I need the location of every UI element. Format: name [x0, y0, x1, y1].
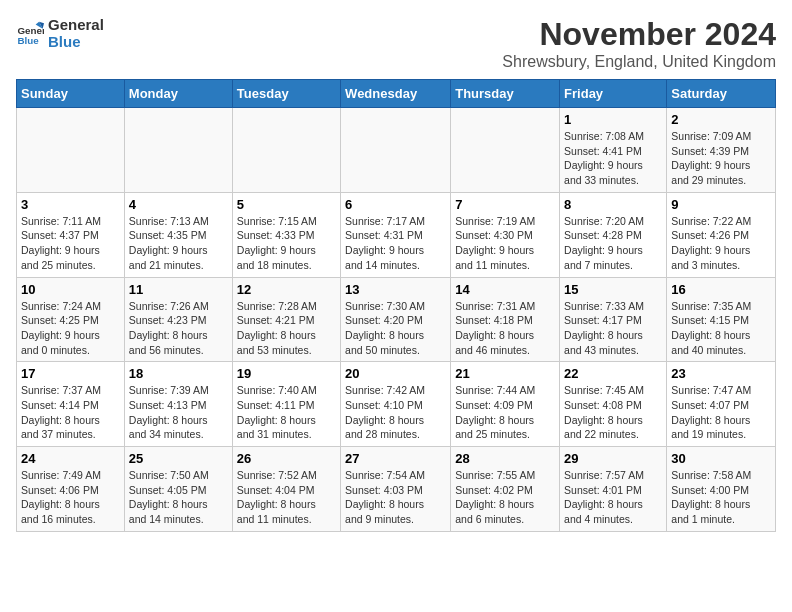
day-info: Sunrise: 7:20 AM Sunset: 4:28 PM Dayligh… [564, 214, 662, 273]
day-info: Sunrise: 7:40 AM Sunset: 4:11 PM Dayligh… [237, 383, 336, 442]
day-number: 16 [671, 282, 771, 297]
day-info: Sunrise: 7:08 AM Sunset: 4:41 PM Dayligh… [564, 129, 662, 188]
day-number: 28 [455, 451, 555, 466]
calendar-cell [124, 108, 232, 193]
weekday-header-friday: Friday [560, 80, 667, 108]
calendar-cell: 2Sunrise: 7:09 AM Sunset: 4:39 PM Daylig… [667, 108, 776, 193]
day-info: Sunrise: 7:22 AM Sunset: 4:26 PM Dayligh… [671, 214, 771, 273]
day-number: 26 [237, 451, 336, 466]
day-info: Sunrise: 7:39 AM Sunset: 4:13 PM Dayligh… [129, 383, 228, 442]
day-number: 9 [671, 197, 771, 212]
calendar-cell: 12Sunrise: 7:28 AM Sunset: 4:21 PM Dayli… [232, 277, 340, 362]
calendar-cell: 19Sunrise: 7:40 AM Sunset: 4:11 PM Dayli… [232, 362, 340, 447]
day-info: Sunrise: 7:19 AM Sunset: 4:30 PM Dayligh… [455, 214, 555, 273]
day-info: Sunrise: 7:58 AM Sunset: 4:00 PM Dayligh… [671, 468, 771, 527]
calendar-cell: 15Sunrise: 7:33 AM Sunset: 4:17 PM Dayli… [560, 277, 667, 362]
weekday-header-thursday: Thursday [451, 80, 560, 108]
calendar-cell: 17Sunrise: 7:37 AM Sunset: 4:14 PM Dayli… [17, 362, 125, 447]
logo-text-blue: Blue [48, 33, 104, 50]
calendar-cell: 10Sunrise: 7:24 AM Sunset: 4:25 PM Dayli… [17, 277, 125, 362]
day-number: 2 [671, 112, 771, 127]
calendar-cell: 25Sunrise: 7:50 AM Sunset: 4:05 PM Dayli… [124, 447, 232, 532]
header: General Blue General Blue November 2024 … [16, 16, 776, 71]
day-info: Sunrise: 7:49 AM Sunset: 4:06 PM Dayligh… [21, 468, 120, 527]
day-number: 5 [237, 197, 336, 212]
weekday-header-tuesday: Tuesday [232, 80, 340, 108]
day-number: 22 [564, 366, 662, 381]
calendar-cell: 26Sunrise: 7:52 AM Sunset: 4:04 PM Dayli… [232, 447, 340, 532]
logo: General Blue General Blue [16, 16, 104, 50]
svg-text:Blue: Blue [17, 35, 39, 46]
day-number: 11 [129, 282, 228, 297]
calendar-cell: 22Sunrise: 7:45 AM Sunset: 4:08 PM Dayli… [560, 362, 667, 447]
day-number: 17 [21, 366, 120, 381]
calendar-cell: 18Sunrise: 7:39 AM Sunset: 4:13 PM Dayli… [124, 362, 232, 447]
calendar-cell: 23Sunrise: 7:47 AM Sunset: 4:07 PM Dayli… [667, 362, 776, 447]
calendar-week-1: 1Sunrise: 7:08 AM Sunset: 4:41 PM Daylig… [17, 108, 776, 193]
calendar-cell: 8Sunrise: 7:20 AM Sunset: 4:28 PM Daylig… [560, 192, 667, 277]
day-number: 29 [564, 451, 662, 466]
day-number: 13 [345, 282, 446, 297]
day-number: 6 [345, 197, 446, 212]
day-info: Sunrise: 7:09 AM Sunset: 4:39 PM Dayligh… [671, 129, 771, 188]
calendar-cell: 13Sunrise: 7:30 AM Sunset: 4:20 PM Dayli… [341, 277, 451, 362]
day-info: Sunrise: 7:26 AM Sunset: 4:23 PM Dayligh… [129, 299, 228, 358]
weekday-header-monday: Monday [124, 80, 232, 108]
day-number: 8 [564, 197, 662, 212]
calendar-header-row: SundayMondayTuesdayWednesdayThursdayFrid… [17, 80, 776, 108]
calendar-cell: 20Sunrise: 7:42 AM Sunset: 4:10 PM Dayli… [341, 362, 451, 447]
calendar-cell [17, 108, 125, 193]
day-number: 1 [564, 112, 662, 127]
day-number: 27 [345, 451, 446, 466]
calendar-week-3: 10Sunrise: 7:24 AM Sunset: 4:25 PM Dayli… [17, 277, 776, 362]
calendar-week-2: 3Sunrise: 7:11 AM Sunset: 4:37 PM Daylig… [17, 192, 776, 277]
day-info: Sunrise: 7:17 AM Sunset: 4:31 PM Dayligh… [345, 214, 446, 273]
weekday-header-wednesday: Wednesday [341, 80, 451, 108]
calendar-week-4: 17Sunrise: 7:37 AM Sunset: 4:14 PM Dayli… [17, 362, 776, 447]
calendar-cell: 16Sunrise: 7:35 AM Sunset: 4:15 PM Dayli… [667, 277, 776, 362]
calendar-cell: 27Sunrise: 7:54 AM Sunset: 4:03 PM Dayli… [341, 447, 451, 532]
day-number: 20 [345, 366, 446, 381]
day-info: Sunrise: 7:44 AM Sunset: 4:09 PM Dayligh… [455, 383, 555, 442]
day-info: Sunrise: 7:28 AM Sunset: 4:21 PM Dayligh… [237, 299, 336, 358]
day-info: Sunrise: 7:47 AM Sunset: 4:07 PM Dayligh… [671, 383, 771, 442]
weekday-header-saturday: Saturday [667, 80, 776, 108]
day-info: Sunrise: 7:24 AM Sunset: 4:25 PM Dayligh… [21, 299, 120, 358]
calendar-cell: 9Sunrise: 7:22 AM Sunset: 4:26 PM Daylig… [667, 192, 776, 277]
calendar-cell: 29Sunrise: 7:57 AM Sunset: 4:01 PM Dayli… [560, 447, 667, 532]
day-info: Sunrise: 7:55 AM Sunset: 4:02 PM Dayligh… [455, 468, 555, 527]
day-info: Sunrise: 7:42 AM Sunset: 4:10 PM Dayligh… [345, 383, 446, 442]
day-number: 15 [564, 282, 662, 297]
weekday-header-sunday: Sunday [17, 80, 125, 108]
calendar: SundayMondayTuesdayWednesdayThursdayFrid… [16, 79, 776, 532]
calendar-cell: 5Sunrise: 7:15 AM Sunset: 4:33 PM Daylig… [232, 192, 340, 277]
calendar-cell: 6Sunrise: 7:17 AM Sunset: 4:31 PM Daylig… [341, 192, 451, 277]
calendar-cell: 7Sunrise: 7:19 AM Sunset: 4:30 PM Daylig… [451, 192, 560, 277]
day-number: 10 [21, 282, 120, 297]
calendar-cell: 1Sunrise: 7:08 AM Sunset: 4:41 PM Daylig… [560, 108, 667, 193]
day-number: 21 [455, 366, 555, 381]
calendar-cell [341, 108, 451, 193]
day-info: Sunrise: 7:35 AM Sunset: 4:15 PM Dayligh… [671, 299, 771, 358]
calendar-cell: 30Sunrise: 7:58 AM Sunset: 4:00 PM Dayli… [667, 447, 776, 532]
day-number: 18 [129, 366, 228, 381]
logo-icon: General Blue [16, 19, 44, 47]
day-number: 23 [671, 366, 771, 381]
logo-text-general: General [48, 16, 104, 33]
title-area: November 2024 Shrewsbury, England, Unite… [502, 16, 776, 71]
day-number: 4 [129, 197, 228, 212]
location-title: Shrewsbury, England, United Kingdom [502, 53, 776, 71]
calendar-cell [232, 108, 340, 193]
day-number: 30 [671, 451, 771, 466]
day-number: 19 [237, 366, 336, 381]
calendar-cell: 21Sunrise: 7:44 AM Sunset: 4:09 PM Dayli… [451, 362, 560, 447]
day-info: Sunrise: 7:57 AM Sunset: 4:01 PM Dayligh… [564, 468, 662, 527]
calendar-cell: 4Sunrise: 7:13 AM Sunset: 4:35 PM Daylig… [124, 192, 232, 277]
day-number: 12 [237, 282, 336, 297]
day-info: Sunrise: 7:45 AM Sunset: 4:08 PM Dayligh… [564, 383, 662, 442]
calendar-cell [451, 108, 560, 193]
day-number: 7 [455, 197, 555, 212]
day-number: 14 [455, 282, 555, 297]
calendar-cell: 3Sunrise: 7:11 AM Sunset: 4:37 PM Daylig… [17, 192, 125, 277]
day-info: Sunrise: 7:11 AM Sunset: 4:37 PM Dayligh… [21, 214, 120, 273]
